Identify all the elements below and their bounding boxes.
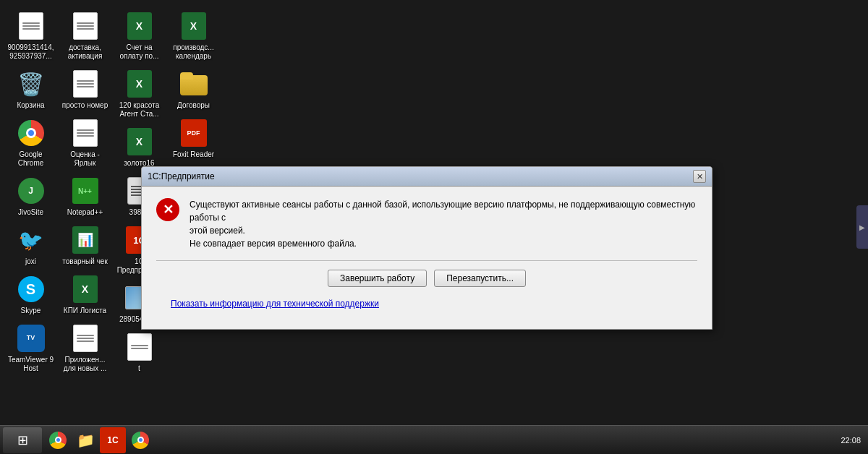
icon-google-chrome[interactable]: Google Chrome — [4, 114, 58, 172]
dialog-separator — [156, 260, 697, 261]
side-arrow-button[interactable]: ▶ — [856, 205, 868, 249]
dialog-title: 1С:Предприятие — [148, 171, 215, 181]
icon-skype[interactable]: S Skype — [4, 270, 58, 320]
dialog-close-button[interactable]: ✕ — [693, 170, 706, 183]
dialog-1c: 1С:Предприятие ✕ ✕ Существуют активные с… — [141, 166, 712, 330]
dialog-finish-button[interactable]: Завершить работу — [328, 270, 427, 287]
icon-ocenka[interactable]: Оценка - Ярлык — [58, 114, 112, 172]
dialog-message: Существуют активные сеансы работы с данн… — [190, 198, 697, 250]
icon-t[interactable]: t — [112, 328, 166, 377]
taskbar-chrome-icon[interactable] — [45, 427, 71, 453]
icon-joxi[interactable]: 🐦 joxi — [4, 221, 58, 270]
desktop: 90099131414, 925937937... 🗑️ Корзина Goo… — [0, 0, 868, 454]
dialog-titlebar: 1С:Предприятие ✕ — [142, 167, 712, 187]
dialog-restart-button[interactable]: Перезапустить... — [434, 270, 526, 287]
icon-90099[interactable]: 90099131414, 925937937... — [4, 7, 58, 65]
taskbar-1c-icon[interactable]: 1С — [100, 427, 126, 453]
icon-notepad[interactable]: N++ Notepad++ — [58, 172, 112, 221]
dialog-body: ✕ Существуют активные сеансы работы с да… — [142, 187, 712, 329]
dialog-buttons: Завершить работу Перезапустить... — [156, 270, 697, 287]
dialog-support-link[interactable]: Показать информацию для технической подд… — [156, 296, 697, 317]
icon-dogovory[interactable]: Договоры — [166, 65, 221, 114]
dialog-error-icon: ✕ — [156, 198, 179, 221]
taskbar-explorer-icon[interactable]: 📁 — [72, 427, 98, 453]
icon-kpi[interactable]: X КПИ Логиста — [58, 270, 112, 320]
icon-proizv[interactable]: X производс... календарь — [166, 7, 221, 65]
icon-tovarcheque[interactable]: 📊 товарный чек — [58, 221, 112, 270]
icon-schet[interactable]: X Счет на оплату по... — [112, 7, 166, 65]
icon-jivosite[interactable]: J JivoSite — [4, 172, 58, 221]
icon-120[interactable]: X 120 красота Агент Ста... — [112, 65, 166, 123]
icon-prosto[interactable]: просто номер — [58, 65, 112, 114]
taskbar-chrome2-icon[interactable] — [127, 427, 153, 453]
icon-foxit[interactable]: PDF Foxit Reader — [166, 114, 221, 163]
taskbar-tray: 22:08 — [841, 436, 865, 445]
start-button[interactable]: ⊞ — [3, 427, 42, 453]
taskbar: ⊞ 📁 1С 22:08 — [0, 425, 868, 454]
icon-dostavka[interactable]: доставка, активация — [58, 7, 112, 65]
icon-prilojen[interactable]: Приложен... для новых ... — [58, 320, 112, 377]
start-icon: ⊞ — [17, 432, 28, 448]
icon-korzina[interactable]: 🗑️ Корзина — [4, 65, 58, 114]
icon-teamviewer[interactable]: TV TeamViewer 9 Host — [4, 320, 58, 377]
taskbar-time: 22:08 — [841, 436, 861, 445]
taskbar-pinned-icons: 📁 1С — [45, 427, 841, 453]
icon-zoloto16[interactable]: X золото16 — [112, 123, 166, 172]
dialog-content-row: ✕ Существуют активные сеансы работы с да… — [156, 198, 697, 250]
